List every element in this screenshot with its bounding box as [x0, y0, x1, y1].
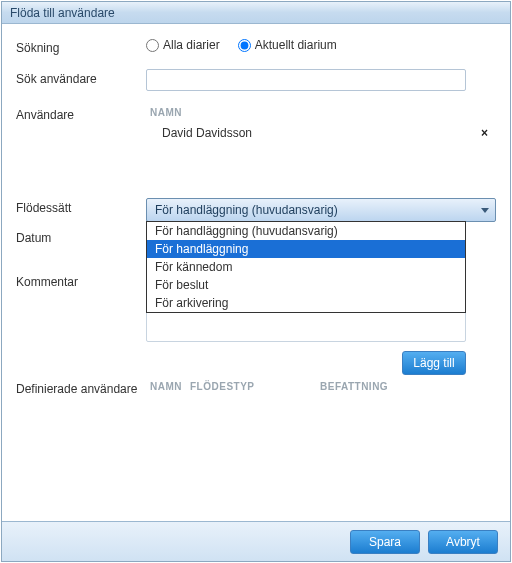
table-row: David Davidsson ×	[146, 120, 496, 146]
defined-header-type: FLÖDESTYP	[186, 379, 316, 394]
chevron-down-icon	[481, 208, 489, 213]
search-user-input[interactable]	[146, 69, 466, 91]
label-search: Sökning	[16, 38, 146, 55]
label-defined: Definierade användare	[16, 379, 146, 396]
label-search-user: Sök användare	[16, 69, 146, 86]
dialog-content: Sökning Alla diarier Aktuellt diarium Sö…	[2, 24, 510, 522]
radio-all-diaries-input[interactable]	[146, 39, 159, 52]
save-button[interactable]: Spara	[350, 530, 420, 554]
row-flow-type: Flödessätt För handläggning (huvudansvar…	[16, 198, 496, 222]
combo-option-0[interactable]: För handläggning (huvudansvarig)	[147, 222, 465, 240]
remove-user-button[interactable]: ×	[477, 126, 492, 140]
user-table-header-name: NAMN	[146, 105, 496, 120]
combo-option-3[interactable]: För beslut	[147, 276, 465, 294]
spacer	[16, 160, 496, 198]
row-search-user: Sök användare	[16, 69, 496, 91]
radio-current-diary-input[interactable]	[238, 39, 251, 52]
add-button-wrap: Lägg till	[146, 351, 466, 375]
row-user: Användare NAMN David Davidsson ×	[16, 105, 496, 146]
user-name-cell: David Davidsson	[150, 126, 252, 140]
combo-option-4[interactable]: För arkivering	[147, 294, 465, 312]
flow-type-combo: För handläggning (huvudansvarig) För han…	[146, 198, 496, 222]
label-comment: Kommentar	[16, 272, 146, 289]
search-user-ctrl	[146, 69, 496, 91]
combo-option-1[interactable]: För handläggning	[147, 240, 465, 258]
label-date: Datum	[16, 228, 146, 245]
search-scope-group: Alla diarier Aktuellt diarium	[146, 38, 496, 52]
defined-users-headers: NAMN FLÖDESTYP BEFATTNING	[146, 379, 496, 394]
label-user: Användare	[16, 105, 146, 122]
radio-current-label: Aktuellt diarium	[255, 38, 337, 52]
dialog-footer: Spara Avbryt	[2, 521, 510, 561]
flow-type-dropdown-list: För handläggning (huvudansvarig) För han…	[146, 221, 466, 313]
defined-header-position: BEFATTNING	[316, 379, 496, 394]
cancel-button[interactable]: Avbryt	[428, 530, 498, 554]
flow-type-selected-text: För handläggning (huvudansvarig)	[155, 203, 338, 217]
combo-option-2[interactable]: För kännedom	[147, 258, 465, 276]
dialog-window: Flöda till användare Sökning Alla diarie…	[1, 1, 511, 562]
user-table: NAMN David Davidsson ×	[146, 105, 496, 146]
dialog-title: Flöda till användare	[2, 2, 510, 24]
label-flow-type: Flödessätt	[16, 198, 146, 215]
defined-header-name: NAMN	[146, 379, 186, 394]
row-defined-users: Definierade användare NAMN FLÖDESTYP BEF…	[16, 379, 496, 396]
flow-type-select[interactable]: För handläggning (huvudansvarig)	[146, 198, 496, 222]
add-button[interactable]: Lägg till	[402, 351, 466, 375]
radio-current-diary[interactable]: Aktuellt diarium	[238, 38, 337, 52]
radio-all-diaries[interactable]: Alla diarier	[146, 38, 220, 52]
row-search-scope: Sökning Alla diarier Aktuellt diarium	[16, 38, 496, 55]
radio-all-label: Alla diarier	[163, 38, 220, 52]
